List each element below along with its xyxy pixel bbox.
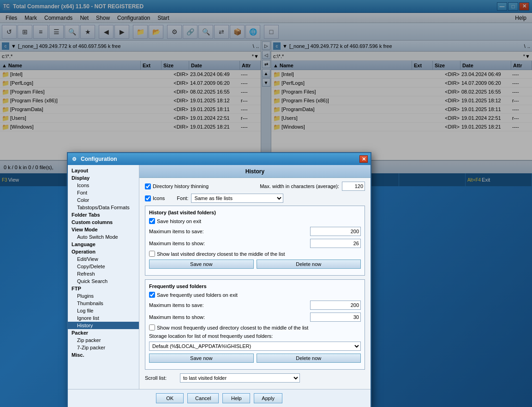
save-freq-text: Save frequently used folders on exit bbox=[157, 292, 238, 298]
nav-item-quicksearch[interactable]: Quick Search bbox=[68, 277, 139, 285]
nav-item-language[interactable]: Language bbox=[68, 241, 139, 248]
save-now2-button[interactable]: Save now bbox=[149, 354, 254, 363]
ok-button[interactable]: OK bbox=[156, 393, 184, 403]
dir-history-row: Directory history thinning Max. width in… bbox=[145, 182, 365, 191]
help-button[interactable]: Help bbox=[222, 393, 250, 403]
scroll-row: Scroll list: to last visited folder bbox=[145, 373, 365, 383]
dir-history-text: Directory history thinning bbox=[153, 183, 209, 189]
dir-history-checkbox[interactable] bbox=[145, 183, 151, 189]
delete-now-button[interactable]: Delete now bbox=[257, 260, 361, 269]
save-on-exit-label[interactable]: Save history on exit bbox=[149, 218, 201, 224]
scroll-label: Scroll list: bbox=[145, 375, 177, 381]
nav-item-folder-tabs[interactable]: Folder Tabs bbox=[68, 211, 139, 218]
delete-now2-button[interactable]: Delete now bbox=[257, 354, 361, 363]
content-header: History bbox=[139, 165, 371, 178]
nav-item-view-mode[interactable]: View Mode bbox=[68, 226, 139, 233]
nav-item-ignorelist[interactable]: Ignore list bbox=[68, 314, 139, 322]
nav-item-copydel[interactable]: Copy/Delete bbox=[68, 263, 139, 270]
max-freq-save-input[interactable] bbox=[310, 301, 361, 310]
show-closest-row: Show last visited directory closest to t… bbox=[149, 251, 361, 257]
storage-label-row: Storage location for list of most freque… bbox=[149, 333, 361, 339]
show-closest-checkbox[interactable] bbox=[149, 251, 155, 257]
nav-item-operation[interactable]: Operation bbox=[68, 248, 139, 255]
max-freq-show-input[interactable] bbox=[310, 313, 361, 322]
font-select[interactable]: Same as file lists bbox=[191, 194, 283, 203]
dialog-nav: Layout Display Icons Font Color Tabstops… bbox=[68, 165, 139, 389]
save-now-button[interactable]: Save now bbox=[149, 260, 254, 269]
history-section: History (last visited folders) Save hist… bbox=[145, 206, 365, 276]
nav-item-zip[interactable]: Zip packer bbox=[68, 336, 139, 344]
dialog-title-bar: ⚙ Configuration ✕ bbox=[68, 153, 371, 165]
dialog-content: History Directory history thinning Max. … bbox=[139, 165, 371, 389]
dialog-button-row: OK Cancel Help Apply bbox=[68, 389, 371, 407]
nav-item-editview[interactable]: Edit/View bbox=[68, 255, 139, 263]
max-show-label: Maximum items to show: bbox=[149, 241, 223, 246]
nav-item-icons[interactable]: Icons bbox=[68, 182, 139, 189]
icons-checkbox[interactable] bbox=[145, 195, 151, 201]
dialog-body: Layout Display Icons Font Color Tabstops… bbox=[68, 165, 371, 389]
nav-item-tabstops[interactable]: Tabstops/Data Formats bbox=[68, 204, 139, 211]
dialog-title: Configuration bbox=[81, 156, 359, 162]
nav-item-color[interactable]: Color bbox=[68, 196, 139, 204]
nav-item-refresh[interactable]: Refresh bbox=[68, 270, 139, 277]
nav-item-logfile[interactable]: Log file bbox=[68, 307, 139, 314]
history-section-title: History (last visited folders) bbox=[149, 210, 361, 215]
dir-history-label[interactable]: Directory history thinning bbox=[145, 183, 209, 189]
storage-label-text: Storage location for list of most freque… bbox=[149, 333, 273, 339]
max-width-label: Max. width in characters (average): bbox=[260, 183, 339, 189]
content-body: Directory history thinning Max. width in… bbox=[139, 178, 371, 389]
save-on-exit-row: Save history on exit bbox=[149, 218, 361, 224]
nav-item-thumbnails[interactable]: Thumbnails bbox=[68, 300, 139, 307]
save-delete-row: Save now Delete now bbox=[149, 260, 361, 269]
max-freq-show-row: Maximum items to show: bbox=[149, 313, 361, 322]
nav-item-auto-switch[interactable]: Auto Switch Mode bbox=[68, 233, 139, 241]
save-freq-label[interactable]: Save frequently used folders on exit bbox=[149, 292, 238, 298]
max-freq-save-row: Maximum items to save: bbox=[149, 301, 361, 310]
save-delete2-row: Save now Delete now bbox=[149, 354, 361, 363]
icons-label[interactable]: Icons bbox=[145, 195, 165, 201]
show-closest-text: Show last visited directory closest to t… bbox=[157, 251, 285, 257]
dialog-close-button[interactable]: ✕ bbox=[359, 155, 368, 163]
icons-text: Icons bbox=[153, 195, 165, 201]
save-on-exit-checkbox[interactable] bbox=[149, 218, 155, 224]
config-dialog: ⚙ Configuration ✕ Layout Display Icons F… bbox=[67, 152, 371, 407]
freq-section-title: Frequently used folders bbox=[149, 283, 361, 289]
max-show-input[interactable] bbox=[310, 239, 361, 248]
max-freq-save-label: Maximum items to save: bbox=[149, 302, 223, 308]
max-freq-show-label: Maximum items to show: bbox=[149, 314, 223, 320]
show-most-freq-checkbox[interactable] bbox=[149, 324, 155, 330]
max-save-row: Maximum items to save: bbox=[149, 227, 361, 236]
scroll-select[interactable]: to last visited folder bbox=[180, 373, 300, 383]
nav-item-ftp[interactable]: FTP bbox=[68, 285, 139, 292]
storage-select[interactable]: Default (%$LOCAL_APPDATA%\GHISLER) bbox=[149, 342, 361, 351]
nav-item-packer[interactable]: Packer bbox=[68, 329, 139, 336]
show-most-freq-text: Show most frequently used directory clos… bbox=[157, 325, 308, 330]
nav-item-font[interactable]: Font bbox=[68, 189, 139, 196]
content-title: History bbox=[245, 168, 264, 175]
dialog-icon: ⚙ bbox=[71, 155, 78, 163]
icons-font-row: Icons Font: Same as file lists bbox=[145, 194, 365, 203]
apply-button[interactable]: Apply bbox=[254, 393, 282, 403]
nav-item-display[interactable]: Display bbox=[68, 174, 139, 182]
show-most-freq-row: Show most frequently used directory clos… bbox=[149, 324, 361, 330]
max-save-label: Maximum items to save: bbox=[149, 229, 223, 234]
nav-item-history[interactable]: History bbox=[68, 322, 139, 329]
freq-section: Frequently used folders Save frequently … bbox=[145, 279, 365, 370]
nav-item-plugins[interactable]: Plugins bbox=[68, 292, 139, 300]
font-label: Font: bbox=[177, 195, 188, 201]
nav-item-custom-cols[interactable]: Custom columns bbox=[68, 218, 139, 226]
nav-item-layout[interactable]: Layout bbox=[68, 167, 139, 174]
max-save-input[interactable] bbox=[310, 227, 361, 236]
cancel-button[interactable]: Cancel bbox=[187, 393, 219, 403]
max-width-input[interactable] bbox=[342, 182, 365, 191]
save-freq-row: Save frequently used folders on exit bbox=[149, 292, 361, 298]
save-freq-checkbox[interactable] bbox=[149, 292, 155, 298]
show-most-freq-label[interactable]: Show most frequently used directory clos… bbox=[149, 324, 308, 330]
save-on-exit-text: Save history on exit bbox=[157, 218, 201, 224]
max-show-row: Maximum items to show: bbox=[149, 239, 361, 248]
storage-select-row: Default (%$LOCAL_APPDATA%\GHISLER) bbox=[149, 342, 361, 351]
show-closest-label[interactable]: Show last visited directory closest to t… bbox=[149, 251, 285, 257]
nav-item-misc[interactable]: Misc. bbox=[68, 351, 139, 359]
nav-item-7zip[interactable]: 7-Zip packer bbox=[68, 344, 139, 351]
